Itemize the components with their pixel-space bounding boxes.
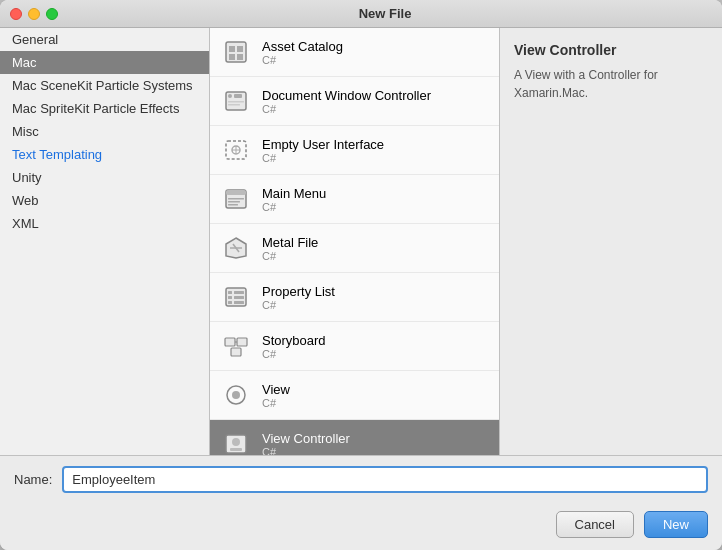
- svg-point-36: [232, 438, 240, 446]
- view-controller-icon: [220, 428, 252, 455]
- svg-rect-31: [231, 348, 241, 356]
- minimize-button[interactable]: [28, 8, 40, 20]
- svg-rect-15: [226, 190, 246, 195]
- file-title: Main Menu: [262, 186, 489, 201]
- file-item-metal-file[interactable]: Metal FileC#: [210, 224, 499, 273]
- file-item-view-controller[interactable]: View ControllerC#: [210, 420, 499, 455]
- file-title: Empty User Interface: [262, 137, 489, 152]
- svg-rect-25: [228, 296, 232, 299]
- svg-rect-17: [228, 201, 240, 203]
- file-subtitle: C#: [262, 348, 489, 360]
- sidebar-item-xml[interactable]: XML: [0, 212, 209, 235]
- titlebar: New File: [0, 0, 722, 28]
- sidebar-item-mac-spritekit-particle-effects[interactable]: Mac SpriteKit Particle Effects: [0, 97, 209, 120]
- name-bar: Name:: [0, 455, 722, 503]
- traffic-lights: [10, 8, 58, 20]
- detail-panel: View Controller A View with a Controller…: [500, 28, 722, 455]
- document-window-controller-icon: [220, 85, 252, 117]
- svg-rect-30: [237, 338, 247, 346]
- button-row: Cancel New: [0, 503, 722, 550]
- file-subtitle: C#: [262, 103, 489, 115]
- maximize-button[interactable]: [46, 8, 58, 20]
- svg-rect-9: [228, 104, 240, 106]
- file-title: Asset Catalog: [262, 39, 489, 54]
- svg-rect-16: [228, 198, 244, 200]
- property-list-icon: [220, 281, 252, 313]
- close-button[interactable]: [10, 8, 22, 20]
- file-item-storyboard[interactable]: StoryboardC#: [210, 322, 499, 371]
- file-list: Asset CatalogC#Document Window Controlle…: [210, 28, 500, 455]
- sidebar-item-text-templating[interactable]: Text Templating: [0, 143, 209, 166]
- sidebar-item-misc[interactable]: Misc: [0, 120, 209, 143]
- file-subtitle: C#: [262, 250, 489, 262]
- file-item-view[interactable]: ViewC#: [210, 371, 499, 420]
- file-title: View Controller: [262, 431, 489, 446]
- svg-rect-24: [234, 291, 244, 294]
- new-button[interactable]: New: [644, 511, 708, 538]
- file-subtitle: C#: [262, 152, 489, 164]
- file-title: Property List: [262, 284, 489, 299]
- sidebar-item-web[interactable]: Web: [0, 189, 209, 212]
- asset-catalog-icon: [220, 36, 252, 68]
- file-subtitle: C#: [262, 54, 489, 66]
- svg-rect-26: [234, 296, 244, 299]
- file-title: Metal File: [262, 235, 489, 250]
- detail-title: View Controller: [514, 42, 708, 58]
- main-menu-icon: [220, 183, 252, 215]
- file-subtitle: C#: [262, 201, 489, 213]
- svg-point-34: [232, 391, 240, 399]
- svg-rect-8: [228, 101, 244, 103]
- file-title: Document Window Controller: [262, 88, 489, 103]
- svg-rect-4: [237, 54, 243, 60]
- metal-file-icon: [220, 232, 252, 264]
- svg-point-6: [228, 94, 232, 98]
- cancel-button[interactable]: Cancel: [556, 511, 634, 538]
- empty-user-interface-icon: [220, 134, 252, 166]
- svg-rect-2: [237, 46, 243, 52]
- file-item-main-menu[interactable]: Main MenuC#: [210, 175, 499, 224]
- svg-rect-28: [234, 301, 244, 304]
- file-subtitle: C#: [262, 397, 489, 409]
- sidebar-item-general[interactable]: General: [0, 28, 209, 51]
- svg-rect-7: [234, 94, 242, 98]
- name-label: Name:: [14, 472, 52, 487]
- file-subtitle: C#: [262, 446, 489, 456]
- file-item-empty-user-interface[interactable]: Empty User InterfaceC#: [210, 126, 499, 175]
- new-file-window: New File GeneralMacMac SceneKit Particle…: [0, 0, 722, 550]
- name-input[interactable]: [62, 466, 708, 493]
- sidebar-item-unity[interactable]: Unity: [0, 166, 209, 189]
- svg-rect-37: [230, 448, 242, 451]
- svg-rect-23: [228, 291, 232, 294]
- view-icon: [220, 379, 252, 411]
- detail-description: A View with a Controller for Xamarin.Mac…: [514, 66, 708, 102]
- file-title: Storyboard: [262, 333, 489, 348]
- window-title: New File: [58, 6, 712, 21]
- file-item-property-list[interactable]: Property ListC#: [210, 273, 499, 322]
- file-item-document-window-controller[interactable]: Document Window ControllerC#: [210, 77, 499, 126]
- main-content: GeneralMacMac SceneKit Particle SystemsM…: [0, 28, 722, 455]
- file-subtitle: C#: [262, 299, 489, 311]
- svg-rect-29: [225, 338, 235, 346]
- svg-rect-18: [228, 204, 238, 206]
- svg-rect-1: [229, 46, 235, 52]
- file-title: View: [262, 382, 489, 397]
- sidebar: GeneralMacMac SceneKit Particle SystemsM…: [0, 28, 210, 455]
- svg-rect-27: [228, 301, 232, 304]
- file-item-asset-catalog[interactable]: Asset CatalogC#: [210, 28, 499, 77]
- sidebar-item-mac[interactable]: Mac: [0, 51, 209, 74]
- storyboard-icon: [220, 330, 252, 362]
- svg-rect-3: [229, 54, 235, 60]
- sidebar-item-mac-scenekit-particle-systems[interactable]: Mac SceneKit Particle Systems: [0, 74, 209, 97]
